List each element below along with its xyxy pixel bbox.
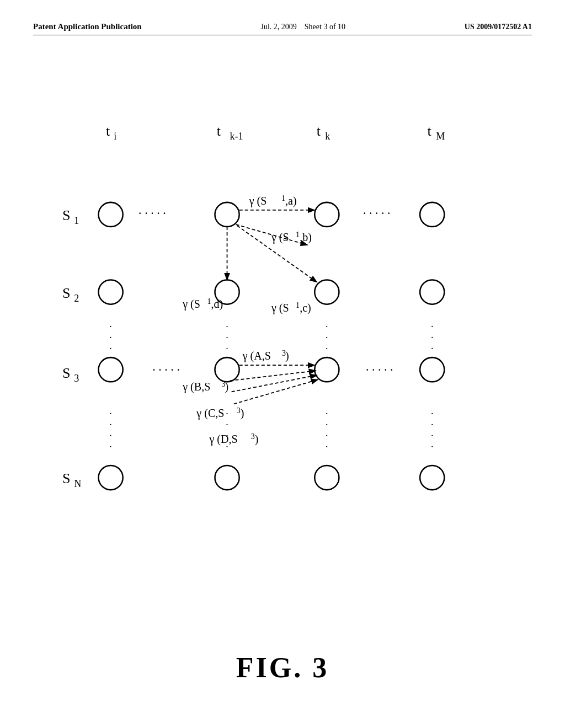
publication-title: Patent Application Publication <box>33 22 142 31</box>
node-sN-tk <box>315 465 339 490</box>
vdots-col3-bot3: · <box>326 430 328 441</box>
label-gamma-s1a-sub: 1 <box>281 194 285 202</box>
arrow-Bs3 <box>230 371 316 381</box>
dots-s1-1: · · · · · <box>138 206 166 220</box>
label-gamma-Cs3: γ (C,S <box>196 407 224 420</box>
label-tk-sub: k <box>325 131 331 142</box>
main-svg: t i t k-1 t k t M · · · · · · · · · · S … <box>33 66 532 618</box>
node-s1-ti <box>99 202 123 227</box>
vdots-col4-mid3: · <box>431 343 434 354</box>
node-s1-tk <box>315 202 339 227</box>
label-tk1: t <box>217 123 221 139</box>
label-tk: t <box>317 123 321 139</box>
node-s1-tM <box>420 202 444 227</box>
header-center-info: Jul. 2, 2009 Sheet 3 of 10 <box>260 23 345 31</box>
vdots-col3-mid2: · <box>326 332 328 343</box>
node-s3-tk <box>315 357 339 382</box>
page-header: Patent Application Publication Jul. 2, 2… <box>33 22 532 35</box>
vdots-col1-mid2: · <box>109 332 112 343</box>
label-gamma-s1d-sub: 1 <box>207 297 211 306</box>
label-gamma-s1d-rest: ,d) <box>211 298 223 311</box>
node-s3-tk1 <box>215 357 239 382</box>
label-gamma-s1a-rest: ,a) <box>285 195 297 207</box>
figure-caption: FIG. 3 <box>0 651 565 684</box>
label-gamma-Ds3: γ (D,S <box>209 433 237 446</box>
label-S2: S <box>62 285 71 301</box>
patent-number: US 2009/0172502 A1 <box>465 23 532 31</box>
vdots-col3-bot4: · <box>326 441 328 452</box>
label-ti: t <box>106 123 110 139</box>
vdots-col4-bot3: · <box>431 430 434 441</box>
sheet-info: Sheet 3 of 10 <box>305 23 345 31</box>
node-s2-tk <box>315 280 339 304</box>
label-S3-sub: 3 <box>74 373 79 384</box>
label-S2-sub: 2 <box>74 293 79 304</box>
label-SN: S <box>62 470 71 486</box>
label-tM-sub: M <box>436 131 445 142</box>
label-S1-sub: 1 <box>74 215 79 226</box>
label-gamma-s1a: γ (S <box>249 195 267 207</box>
vdots-col2-bot4: · <box>226 441 228 452</box>
vdots-col4-mid2: · <box>431 332 434 343</box>
vdots-col1-bot: · <box>109 408 112 419</box>
vdots-col1-bot3: · <box>109 430 112 441</box>
node-s2-ti <box>99 280 123 304</box>
vdots-col2-bot3: · <box>226 430 228 441</box>
vdots-col1-bot2: · <box>109 419 112 430</box>
node-s3-tM <box>420 357 444 382</box>
diagram-area: t i t k-1 t k t M · · · · · · · · · · S … <box>33 66 532 618</box>
label-gamma-As3-close: ) <box>285 350 289 362</box>
label-gamma-Ds3-close: ) <box>255 433 259 446</box>
vdots-col2-bot2: · <box>226 419 228 430</box>
label-tk1-sub: k-1 <box>230 131 243 142</box>
label-gamma-s1b-sub: 1 <box>296 230 300 239</box>
label-gamma-Bs3-close: ) <box>225 381 229 393</box>
vdots-col4-bot2: · <box>431 419 434 430</box>
vdots-col3-mid: · <box>326 321 328 332</box>
node-s2-tM <box>420 280 444 304</box>
publication-date: Jul. 2, 2009 <box>260 23 296 31</box>
vdots-col3-bot: · <box>326 408 328 419</box>
label-tM: t <box>428 123 432 139</box>
vdots-col4-bot: · <box>431 408 434 419</box>
vdots-col1-mid: · <box>109 321 112 332</box>
vdots-col3-bot2: · <box>326 419 328 430</box>
node-sN-tM <box>420 465 444 490</box>
dots-s1-2: · · · · · <box>363 206 391 220</box>
node-s1-tk1 <box>215 202 239 227</box>
label-gamma-s1c: γ (S <box>271 302 289 314</box>
label-SN-sub: N <box>74 478 81 489</box>
label-ti-sub: i <box>114 131 116 142</box>
label-gamma-s1c-rest: ,c) <box>300 302 311 314</box>
node-s3-ti <box>99 357 123 382</box>
label-gamma-s1c-sub: 1 <box>296 301 300 309</box>
node-sN-ti <box>99 465 123 490</box>
vdots-col1-bot4: · <box>109 441 112 452</box>
dots-s3-1: · · · · · <box>152 363 180 377</box>
vdots-col2-bot: · <box>226 408 228 419</box>
vdots-col2-mid2: · <box>226 332 228 343</box>
label-gamma-Ds3-sub: 3 <box>251 432 255 441</box>
label-gamma-Bs3: γ (B,S <box>182 381 210 393</box>
label-gamma-s1b-rest: ,b) <box>300 231 312 244</box>
label-S1: S <box>62 207 71 223</box>
label-gamma-s1b: γ (S <box>271 231 289 244</box>
vdots-col2-mid3: · <box>226 343 228 354</box>
label-gamma-Cs3-sub: 3 <box>237 406 241 415</box>
node-sN-tk1 <box>215 465 239 490</box>
label-S3: S <box>62 365 71 381</box>
label-gamma-As3: γ (A,S <box>242 350 271 362</box>
vdots-col3-mid3: · <box>326 343 328 354</box>
dots-s3-2: · · · · · <box>366 363 393 377</box>
label-gamma-Cs3-close: ) <box>241 407 244 420</box>
label-gamma-s1d: γ (S <box>182 298 200 311</box>
vdots-col1-mid3: · <box>109 343 112 354</box>
vdots-col2-mid: · <box>226 321 228 332</box>
vdots-col4-mid: · <box>431 321 434 332</box>
vdots-col4-bot4: · <box>431 441 434 452</box>
